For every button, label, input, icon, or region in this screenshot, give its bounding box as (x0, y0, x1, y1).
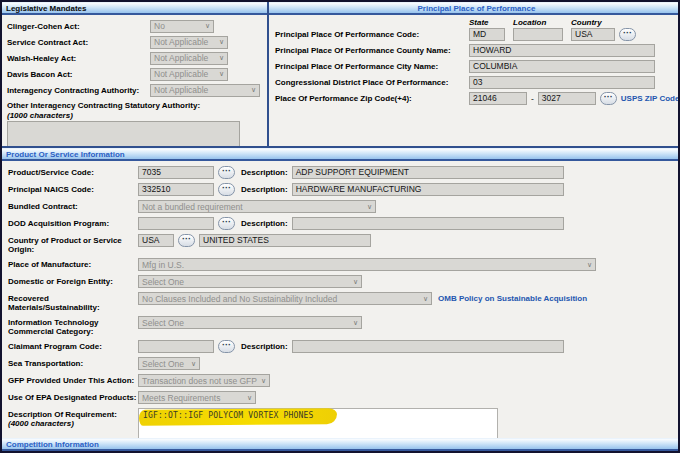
section-title: Competition Information (6, 440, 99, 449)
location-column-header: Location (513, 18, 563, 27)
bundled-contract-label: Bundled Contract: (8, 200, 138, 211)
description-label: Description: (241, 342, 288, 351)
description-label: Description: (241, 168, 288, 177)
naics-lookup-button[interactable]: ··· (218, 183, 235, 196)
claimant-field[interactable] (138, 340, 214, 353)
other-interagency-textarea[interactable] (7, 121, 240, 146)
dropdown-value: Mfg in U.S. (142, 260, 184, 270)
city-field[interactable]: COLUMBIA (469, 60, 655, 73)
dropdown-value: Select One (142, 318, 184, 328)
it-category-label: Information Technology Commercial Catego… (8, 316, 138, 336)
recovered-materials-row: Recovered Materials/Sustainability: No C… (8, 292, 678, 312)
usps-zip-codes-link[interactable]: USPS ZIP Codes (621, 94, 680, 103)
congressional-district-field[interactable]: 03 (469, 76, 655, 89)
dod-acquisition-field[interactable] (138, 217, 214, 230)
county-field[interactable]: HOWARD (469, 44, 655, 57)
interagency-authority-label: Interagency Contracting Authority: (7, 86, 150, 95)
omb-policy-link[interactable]: OMB Policy on Sustainable Acquisition (438, 294, 587, 303)
origin-lookup-button[interactable]: ··· (178, 234, 195, 247)
requirement-charlimit: (4000 characters) (8, 419, 74, 428)
interagency-authority-dropdown[interactable]: Not Applicable ∨ (150, 84, 260, 97)
gfp-dropdown[interactable]: Transaction does not use GFP ∨ (138, 374, 270, 387)
gfp-row: GFP Provided Under This Action: Transact… (8, 374, 678, 387)
sea-transportation-dropdown[interactable]: Select One ∨ (138, 357, 200, 370)
bundled-contract-row: Bundled Contract: Not a bundled requirem… (8, 200, 678, 213)
dropdown-value: No Clauses Included and No Sustainabilit… (142, 294, 337, 304)
chevron-down-icon: ∨ (205, 23, 210, 29)
legislative-mandates-header: Legislative Mandates (2, 2, 267, 15)
congressional-district-row: Congressional District Place Of Performa… (275, 76, 680, 89)
product-service-header: Product Or Service Information (2, 148, 678, 161)
location-field[interactable] (513, 28, 563, 41)
chevron-down-icon: ∨ (353, 320, 358, 326)
service-contract-dropdown[interactable]: Not Applicable ∨ (150, 36, 228, 49)
it-category-row: Information Technology Commercial Catego… (8, 316, 678, 336)
recovered-materials-label: Recovered Materials/Sustainability: (8, 292, 138, 312)
entity-dropdown[interactable]: Select One ∨ (138, 275, 362, 288)
dod-lookup-button[interactable]: ··· (218, 217, 235, 230)
place-of-performance-header: Principal Place of Performance (269, 2, 680, 15)
sea-transportation-label: Sea Transportation: (8, 357, 138, 368)
performance-code-lookup-button[interactable]: ··· (619, 28, 636, 41)
requirement-label-block: Description Of Requirement: (4000 charac… (8, 408, 138, 428)
epa-products-label: Use Of EPA Designated Products: (8, 391, 138, 402)
zip-field[interactable]: 21046 (469, 92, 527, 105)
psc-field[interactable]: 7035 (138, 166, 214, 179)
walsh-healey-label: Walsh-Healey Act: (7, 54, 150, 63)
city-label: Principal Place Of Performance City Name… (275, 62, 469, 71)
origin-country-label: Country of Product or Service Origin: (8, 234, 138, 254)
naics-description-field: HARDWARE MANUFACTURING (292, 183, 564, 196)
bundled-contract-dropdown[interactable]: Not a bundled requirement ∨ (138, 200, 376, 213)
psc-label: Product/Service Code: (8, 166, 138, 177)
origin-code-field[interactable]: USA (138, 234, 174, 247)
zip4-field[interactable]: 3027 (538, 92, 596, 105)
country-field[interactable]: USA (571, 28, 615, 41)
walsh-healey-dropdown[interactable]: Not Applicable ∨ (150, 52, 228, 65)
form-row: Interagency Contracting Authority: Not A… (7, 82, 267, 98)
resize-handle-icon[interactable] (488, 437, 496, 438)
congressional-district-label: Congressional District Place Of Performa… (275, 78, 469, 87)
dropdown-value: Not Applicable (154, 69, 208, 79)
davis-bacon-dropdown[interactable]: Not Applicable ∨ (150, 68, 228, 81)
zip-separator: - (531, 94, 534, 104)
clinger-cohen-dropdown[interactable]: No ∨ (150, 20, 214, 33)
chevron-down-icon: ∨ (423, 296, 428, 302)
state-field[interactable]: MD (469, 28, 505, 41)
form-row: Service Contract Act: Not Applicable ∨ (7, 34, 267, 50)
place-of-manufacture-dropdown[interactable]: Mfg in U.S. ∨ (138, 258, 596, 271)
city-row: Principal Place Of Performance City Name… (275, 60, 680, 73)
other-interagency-label: Other Interagency Contracting Statutory … (7, 101, 267, 111)
recovered-materials-dropdown[interactable]: No Clauses Included and No Sustainabilit… (138, 292, 432, 305)
zip-lookup-button[interactable]: ··· (600, 92, 617, 105)
dropdown-value: Select One (142, 359, 184, 369)
entity-row: Domestic or Foreign Entity: Select One ∨ (8, 275, 678, 288)
description-label: Description: (241, 185, 288, 194)
psc-lookup-button[interactable]: ··· (218, 166, 235, 179)
requirement-value: IGF::OT::IGF POLYCOM VORTEX PHONES (139, 409, 497, 422)
dropdown-value: Not Applicable (154, 37, 208, 47)
dropdown-value: Select One (142, 277, 184, 287)
epa-products-dropdown[interactable]: Meets Requirements ∨ (138, 391, 256, 404)
origin-name-field: UNITED STATES (199, 234, 371, 247)
chevron-down-icon: ∨ (191, 361, 196, 367)
section-title: Product Or Service Information (6, 150, 125, 159)
legislative-mandates-body: Clinger-Cohen Act: No ∨ Service Contract… (2, 15, 267, 146)
country-column-header: Country (571, 18, 615, 27)
dod-acquisition-row: DOD Acquisition Program: ··· Description… (8, 217, 678, 230)
chevron-down-icon: ∨ (353, 279, 358, 285)
top-panels: Legislative Mandates Clinger-Cohen Act: … (2, 2, 678, 148)
chevron-down-icon: ∨ (587, 262, 592, 268)
county-row: Principal Place Of Performance County Na… (275, 44, 680, 57)
dropdown-value: Not a bundled requirement (142, 202, 243, 212)
claimant-lookup-button[interactable]: ··· (218, 340, 235, 353)
dropdown-value: Not Applicable (154, 85, 208, 95)
chevron-down-icon: ∨ (367, 204, 372, 210)
dropdown-value: Meets Requirements (142, 393, 220, 403)
dropdown-value: Not Applicable (154, 53, 208, 63)
requirement-textarea[interactable]: IGF::OT::IGF POLYCOM VORTEX PHONES (138, 408, 498, 438)
it-category-dropdown[interactable]: Select One ∨ (138, 316, 362, 329)
naics-field[interactable]: 332510 (138, 183, 214, 196)
naics-row: Principal NAICS Code: 332510 ··· Descrip… (8, 183, 678, 196)
place-of-manufacture-row: Place of Manufacture: Mfg in U.S. ∨ (8, 258, 678, 271)
product-service-body: Product/Service Code: 7035 ··· Descripti… (2, 161, 678, 438)
